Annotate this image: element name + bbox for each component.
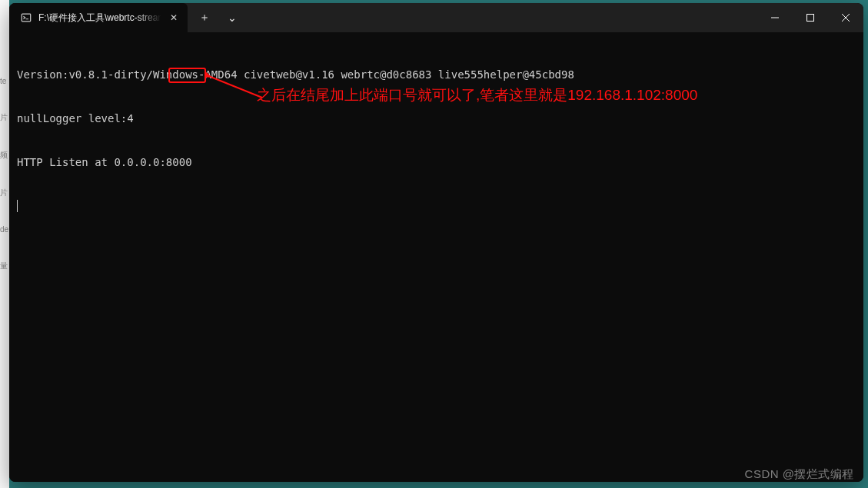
tab-close-button[interactable]: ✕ [168,12,180,24]
new-tab-button[interactable]: ＋ [191,3,218,32]
output-line: Version:v0.8.1-dirty/Windows-AMD64 civet… [17,68,856,82]
desktop-edge-strip: te片频片de量 [0,0,9,488]
output-line: HTTP Listen at 0.0.0.0:8000 [17,155,856,170]
titlebar: F:\硬件接入工具\webrtc-streamer ✕ ＋ ⌄ [9,3,863,32]
text-cursor [17,200,18,212]
tab-title: F:\硬件接入工具\webrtc-streamer [38,12,161,25]
tab-dropdown-button[interactable]: ⌄ [218,3,246,32]
titlebar-drag-area[interactable] [246,3,757,32]
annotation-text: 之后在结尾加上此端口号就可以了,笔者这里就是192.168.1.102:8000 [257,88,697,102]
minimize-button[interactable] [757,3,793,32]
window-controls [757,3,863,32]
watermark-text: CSDN @摆烂式编程 [745,467,854,482]
tab-actions: ＋ ⌄ [188,3,246,32]
terminal-window: F:\硬件接入工具\webrtc-streamer ✕ ＋ ⌄ Version:… [9,3,863,482]
active-tab[interactable]: F:\硬件接入工具\webrtc-streamer ✕ [9,3,188,32]
svg-rect-1 [807,15,814,22]
output-line: nullLogger level:4 [17,111,856,126]
close-button[interactable] [828,3,863,32]
output-line [17,199,856,214]
svg-rect-0 [22,14,30,22]
terminal-output[interactable]: Version:v0.8.1-dirty/Windows-AMD64 civet… [9,32,863,482]
maximize-button[interactable] [793,3,828,32]
terminal-icon [20,12,32,24]
